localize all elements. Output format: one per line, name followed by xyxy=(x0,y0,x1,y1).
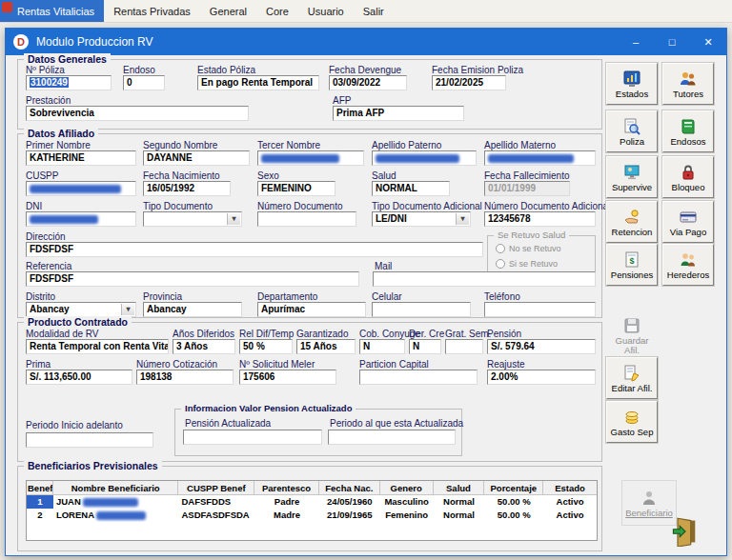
maximize-button[interactable] xyxy=(654,29,690,55)
rel-dif-temp-input[interactable]: 50 % xyxy=(239,339,293,354)
fecha-devengue-input[interactable]: 03/09/2022 xyxy=(329,75,407,90)
bloqueo-button[interactable]: Bloqueo xyxy=(662,156,714,198)
radio-no-se-retuvo[interactable]: No se Retuvo xyxy=(496,244,561,253)
beneficiarios-group: Beneficiarios Previsionales Benef Nombre… xyxy=(17,466,602,551)
estado-poliza-input[interactable]: En pago Renta Temporal xyxy=(197,75,319,90)
departamento-input[interactable]: Apurímac xyxy=(257,302,366,317)
estado-poliza-label: Estado Póliza xyxy=(197,65,255,75)
dni-label: DNI xyxy=(26,201,42,211)
referencia-label: Referencia xyxy=(26,261,71,271)
radio-icon[interactable] xyxy=(496,244,505,253)
mail-input[interactable] xyxy=(373,271,596,287)
endoso-input[interactable]: 0 xyxy=(123,75,165,90)
fecha-emision-label: Fecha Emision Poliza xyxy=(432,65,523,75)
menu-salir[interactable]: Salir xyxy=(354,0,394,22)
close-button[interactable] xyxy=(690,29,726,55)
table-header-row: Benef Nombre Beneficiario CUSPP Benef Pa… xyxy=(27,481,597,495)
cob-conyuge-input[interactable]: N xyxy=(359,339,405,354)
menu-core[interactable]: Core xyxy=(256,0,298,22)
menu-rentas-privadas[interactable]: Rentas Privadas xyxy=(104,0,200,22)
tercer-nombre-input[interactable] xyxy=(257,150,364,166)
screen: Rentas Vitalicias Rentas Privadas Genera… xyxy=(0,0,732,560)
telefono-input[interactable] xyxy=(484,302,596,317)
pensiones-button[interactable]: $ Pensiones xyxy=(606,244,658,286)
menu-rentas-vitalicias[interactable]: Rentas Vitalicias xyxy=(0,0,104,22)
radio-icon[interactable] xyxy=(496,259,505,269)
anos-diferidos-label: Años Diferidos xyxy=(173,329,234,339)
numero-documento-adicional-input[interactable]: 12345678 xyxy=(484,211,596,227)
beneficiario-button[interactable]: Beneficiario xyxy=(621,480,677,526)
tipo-documento-combobox[interactable] xyxy=(143,211,242,227)
chevron-down-icon[interactable] xyxy=(227,213,240,225)
segundo-nombre-input[interactable]: DAYANNE xyxy=(143,150,250,166)
editar-afil-button[interactable]: Editar Afil. xyxy=(606,357,658,399)
supervive-icon xyxy=(622,163,641,182)
poliza-button[interactable]: Poliza xyxy=(606,110,658,152)
gasto-sep-button[interactable]: Gasto Sep xyxy=(606,401,658,443)
fecha-fallecimiento-label: Fecha Fallecimiento xyxy=(484,170,569,181)
sexo-input[interactable]: FEMENINO xyxy=(257,181,336,196)
afp-label: AFP xyxy=(333,95,351,106)
salud-input[interactable]: NORMAL xyxy=(372,181,450,196)
datos-afiliado-group: Datos Afiliado Primer Nombre KATHERINE S… xyxy=(17,133,602,318)
garantizado-input[interactable]: 15 Años xyxy=(296,339,356,354)
der-cre-input[interactable]: N xyxy=(409,339,441,354)
menubar: Rentas Vitalicias Rentas Privadas Genera… xyxy=(0,0,732,23)
periodo-actualizada-input[interactable] xyxy=(328,430,456,445)
apellido-paterno-input[interactable] xyxy=(372,150,477,166)
chevron-down-icon[interactable] xyxy=(456,213,469,225)
tipo-documento-adicional-combobox[interactable]: LE/DNI xyxy=(372,211,471,227)
pension-actualizada-input[interactable] xyxy=(183,430,322,445)
numero-documento-input[interactable] xyxy=(257,211,356,227)
endosos-button[interactable]: Endosos xyxy=(662,110,714,152)
numero-cotizacion-input[interactable]: 198138 xyxy=(136,370,234,385)
guardar-afil-button[interactable]: Guardar Afil. xyxy=(606,314,658,356)
table-row[interactable]: 2 LORENA ASDFASDFSDA Madre 21/09/1965 Fe… xyxy=(27,509,597,522)
prima-input[interactable]: S/. 113,650.00 xyxy=(26,370,132,385)
particion-capital-input[interactable] xyxy=(359,370,478,385)
minimize-button[interactable] xyxy=(618,29,654,55)
anos-diferidos-input[interactable]: 3 Años xyxy=(173,339,235,354)
datos-afiliado-title: Datos Afiliado xyxy=(24,128,98,139)
dni-input[interactable] xyxy=(26,211,136,227)
referencia-input[interactable]: FDSFDSF xyxy=(26,271,359,287)
grat-sem-input[interactable] xyxy=(445,339,483,354)
distrito-combobox[interactable]: Abancay xyxy=(26,302,136,317)
fecha-nacimiento-input[interactable]: 16/05/1992 xyxy=(143,181,231,196)
via-pago-button[interactable]: Via Pago xyxy=(662,201,714,243)
chevron-down-icon[interactable] xyxy=(121,304,134,315)
provincia-input[interactable]: Abancay xyxy=(143,302,242,317)
beneficiarios-table[interactable]: Benef Nombre Beneficiario CUSPP Benef Pa… xyxy=(26,480,598,541)
exit-button[interactable] xyxy=(671,516,703,549)
num-poliza-input[interactable]: 3100249 xyxy=(26,75,112,90)
modalidad-input[interactable]: Renta Temporal con Renta Vital xyxy=(26,339,169,354)
pension-input[interactable]: S/. 579.64 xyxy=(487,339,596,354)
col-porcentaje: Porcentaje xyxy=(484,481,543,495)
table-row[interactable]: 1 JUAN DAFSFDDS Padre 24/05/1960 Masculi… xyxy=(27,495,597,509)
se-retuvo-salud-title: Se Retuvo Salud xyxy=(494,230,569,240)
solicitud-meler-input[interactable]: 175606 xyxy=(239,370,336,385)
menu-usuario[interactable]: Usuario xyxy=(298,0,354,22)
tutores-button[interactable]: Tutores xyxy=(662,63,714,105)
menu-general[interactable]: General xyxy=(200,0,256,22)
prestacion-input[interactable]: Sobrevivencia xyxy=(26,106,249,121)
telefono-label: Teléfono xyxy=(484,291,520,302)
apellido-materno-input[interactable] xyxy=(484,150,596,166)
periodo-inicio-input[interactable] xyxy=(26,432,153,448)
direccion-input[interactable]: FDSFDSF xyxy=(26,242,483,257)
cuspp-input[interactable] xyxy=(26,181,136,196)
reajuste-input[interactable]: 2.00% xyxy=(487,370,596,385)
fecha-emision-input[interactable]: 21/02/2025 xyxy=(432,75,506,90)
estados-button[interactable]: Estados xyxy=(606,63,658,105)
herederos-icon xyxy=(679,250,698,270)
celular-input[interactable] xyxy=(372,302,471,317)
poliza-search-icon xyxy=(622,117,641,136)
retencion-button[interactable]: Retencion xyxy=(606,201,658,243)
garantizado-label: Garantizado xyxy=(296,329,348,339)
radio-si-se-retuvo[interactable]: Si se Retuvo xyxy=(496,259,558,269)
modulo-produccion-window: D Modulo Produccion RV Datos Generales N… xyxy=(5,28,727,556)
primer-nombre-input[interactable]: KATHERINE xyxy=(26,150,136,166)
afp-input[interactable]: Prima AFP xyxy=(333,106,464,121)
herederos-button[interactable]: Herederos xyxy=(662,244,714,286)
supervive-button[interactable]: Supervive xyxy=(606,156,658,198)
